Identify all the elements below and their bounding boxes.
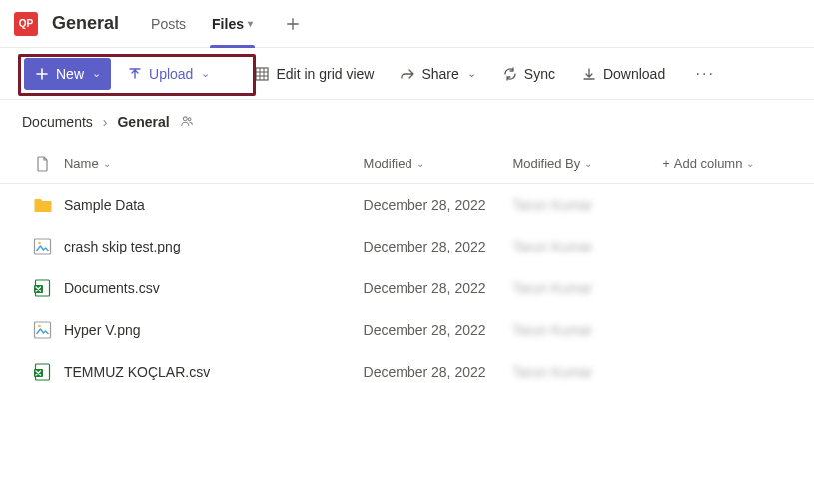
file-name-cell[interactable]: Documents.csv <box>64 280 364 296</box>
file-modified-by-cell: Tarun Kumar <box>512 239 662 254</box>
breadcrumb-current: General <box>117 114 169 130</box>
file-type-icon <box>22 320 64 340</box>
sync-icon <box>502 66 518 82</box>
file-modified-cell: December 28, 2022 <box>364 280 513 296</box>
file-list: Sample Data December 28, 2022 Tarun Kuma… <box>0 184 814 393</box>
file-name: Sample Data <box>64 197 145 213</box>
tab-label: Files <box>212 16 244 32</box>
file-modified-cell: December 28, 2022 <box>364 364 513 380</box>
column-header-name[interactable]: Name ⌄ <box>64 156 364 171</box>
file-type-icon <box>22 362 64 382</box>
channel-title: General <box>52 13 119 34</box>
new-label: New <box>56 66 84 82</box>
file-type-icon <box>22 278 64 298</box>
chevron-down-icon: ⌄ <box>201 67 210 80</box>
file-type-icon <box>22 195 64 215</box>
breadcrumb: Documents › General <box>0 100 814 144</box>
file-name-cell[interactable]: crash skip test.png <box>64 239 364 254</box>
document-icon <box>36 156 50 172</box>
column-header-type[interactable] <box>22 156 64 172</box>
svg-rect-0 <box>256 68 268 80</box>
file-name-cell[interactable]: Sample Data <box>64 197 364 213</box>
plus-icon: + <box>662 156 670 171</box>
chevron-down-icon: ⌄ <box>416 158 424 169</box>
download-icon <box>581 66 597 82</box>
tab-label: Posts <box>151 16 186 32</box>
chevron-down-icon: ⌄ <box>103 158 111 169</box>
team-avatar[interactable]: QP <box>14 12 38 36</box>
sync-label: Sync <box>524 66 555 82</box>
add-column-label: Add column <box>674 156 743 171</box>
table-row[interactable]: Hyper V.png December 28, 2022 Tarun Kuma… <box>0 309 814 351</box>
upload-button[interactable]: Upload ⌄ <box>117 58 220 90</box>
file-name-cell[interactable]: TEMMUZ KOÇLAR.csv <box>64 364 364 380</box>
column-label: Modified By <box>512 156 580 171</box>
file-modified-cell: December 28, 2022 <box>364 239 513 254</box>
file-modified-cell: December 28, 2022 <box>364 322 513 338</box>
chevron-right-icon: › <box>103 114 108 130</box>
grid-icon <box>254 66 270 82</box>
edit-grid-button[interactable]: Edit in grid view <box>244 58 384 90</box>
chevron-down-icon: ▾ <box>248 18 253 29</box>
plus-icon <box>34 66 50 82</box>
table-row[interactable]: Documents.csv December 28, 2022 Tarun Ku… <box>0 267 814 309</box>
plus-icon <box>286 17 300 31</box>
share-label: Share <box>421 66 458 82</box>
sync-button[interactable]: Sync <box>492 58 565 90</box>
svg-point-1 <box>183 116 187 120</box>
column-header-row: Name ⌄ Modified ⌄ Modified By ⌄ + Add co… <box>0 144 814 184</box>
file-name: TEMMUZ KOÇLAR.csv <box>64 364 210 380</box>
file-modified-by-cell: Tarun Kumar <box>512 322 662 338</box>
add-tab-button[interactable] <box>279 10 307 38</box>
file-type-icon <box>22 237 64 256</box>
file-name: Hyper V.png <box>64 322 141 338</box>
share-icon <box>400 66 415 82</box>
file-modified-by-cell: Tarun Kumar <box>512 364 662 380</box>
file-name-cell[interactable]: Hyper V.png <box>64 322 364 338</box>
table-row[interactable]: Sample Data December 28, 2022 Tarun Kuma… <box>0 184 814 226</box>
chevron-down-icon: ⌄ <box>584 158 592 169</box>
ellipsis-icon: ··· <box>696 65 715 83</box>
edit-grid-label: Edit in grid view <box>276 66 374 82</box>
download-label: Download <box>603 66 665 82</box>
file-modified-by-cell: Tarun Kumar <box>512 280 662 296</box>
upload-icon <box>127 66 143 82</box>
chevron-down-icon: ⌄ <box>746 158 754 169</box>
channel-header: QP General Posts Files ▾ <box>0 0 814 48</box>
tab-files[interactable]: Files ▾ <box>202 0 263 48</box>
chevron-down-icon: ⌄ <box>92 67 101 80</box>
tab-posts[interactable]: Posts <box>141 0 196 48</box>
file-name: crash skip test.png <box>64 239 181 254</box>
file-modified-by-cell: Tarun Kumar <box>512 197 662 213</box>
more-actions-button[interactable]: ··· <box>689 58 721 90</box>
breadcrumb-root[interactable]: Documents <box>22 114 93 130</box>
new-button[interactable]: New ⌄ <box>24 58 111 90</box>
file-modified-cell: December 28, 2022 <box>364 197 513 213</box>
column-label: Modified <box>364 156 412 171</box>
share-button[interactable]: Share ⌄ <box>390 58 485 90</box>
table-row[interactable]: TEMMUZ KOÇLAR.csv December 28, 2022 Taru… <box>0 351 814 393</box>
people-access-icon[interactable] <box>180 114 194 131</box>
column-label: Name <box>64 156 99 171</box>
column-header-modified-by[interactable]: Modified By ⌄ <box>512 156 662 171</box>
upload-label: Upload <box>149 66 193 82</box>
file-name: Documents.csv <box>64 280 160 296</box>
chevron-down-icon: ⌄ <box>467 67 476 80</box>
add-column-button[interactable]: + Add column ⌄ <box>662 156 792 171</box>
table-row[interactable]: crash skip test.png December 28, 2022 Ta… <box>0 226 814 267</box>
column-header-modified[interactable]: Modified ⌄ <box>364 156 513 171</box>
files-toolbar: New ⌄ Upload ⌄ Edit in grid view Share ⌄… <box>0 48 814 100</box>
download-button[interactable]: Download <box>571 58 675 90</box>
